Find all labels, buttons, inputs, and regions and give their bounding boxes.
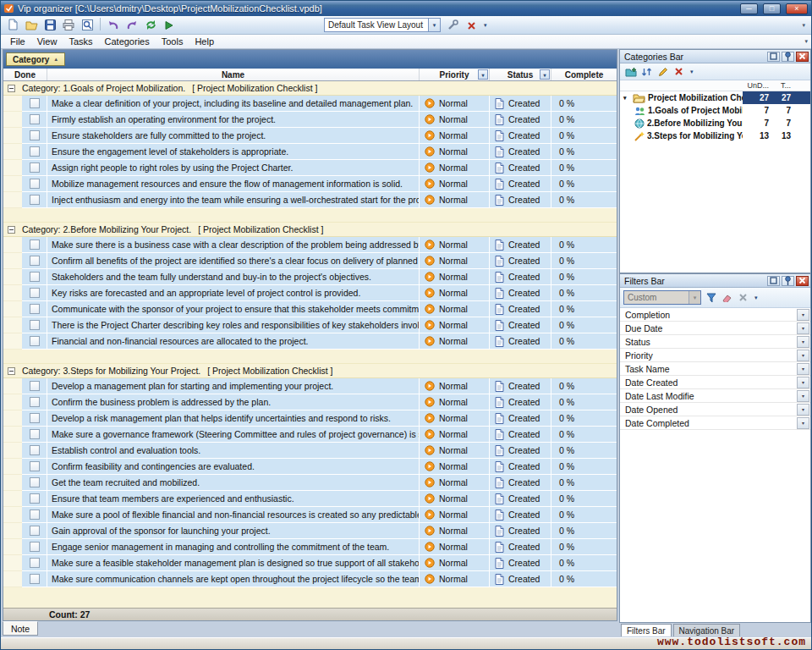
- done-checkbox[interactable]: [30, 272, 40, 282]
- collapse-icon[interactable]: [8, 367, 15, 375]
- done-checkbox[interactable]: [30, 558, 40, 568]
- done-checkbox[interactable]: [30, 461, 40, 471]
- group-header-row[interactable]: Category: 1.Goals of Project Mobilizatio…: [3, 81, 617, 96]
- group-by-category-chip[interactable]: Category ▲: [6, 52, 65, 66]
- task-row[interactable]: Financial and non-financial resources ar…: [3, 333, 617, 350]
- expand-icon[interactable]: ▾: [623, 95, 633, 102]
- filter-dropdown-icon[interactable]: ▾: [797, 309, 809, 321]
- filter-row[interactable]: Status▾: [620, 335, 810, 349]
- filter-row[interactable]: Priority▾: [620, 349, 810, 362]
- column-header-done[interactable]: Done: [3, 69, 47, 80]
- panel-restore-button[interactable]: [767, 52, 780, 62]
- task-row[interactable]: Firmly establish an operating environmen…: [3, 112, 617, 128]
- done-checkbox[interactable]: [30, 397, 40, 407]
- add-category-button[interactable]: [623, 64, 639, 79]
- filter-dropdown-icon[interactable]: ▾: [797, 336, 809, 348]
- done-checkbox[interactable]: [30, 114, 40, 124]
- filter-row[interactable]: Completion▾: [620, 308, 810, 322]
- arrange-categories-button[interactable]: [639, 64, 655, 79]
- done-checkbox[interactable]: [30, 336, 40, 346]
- menu-overflow-button[interactable]: ▾: [801, 38, 811, 45]
- group-header-row[interactable]: Category: 3.Steps for Mobilizing Your Pr…: [3, 364, 617, 378]
- task-row[interactable]: Engage senior management in managing and…: [3, 539, 617, 555]
- task-row[interactable]: Stakeholders and the team fully understa…: [3, 269, 617, 285]
- filter-row[interactable]: Date Last Modifie▾: [620, 389, 810, 403]
- panel-restore-button[interactable]: [767, 276, 780, 286]
- task-row[interactable]: Develop a risk management plan that help…: [3, 410, 617, 427]
- save-button[interactable]: [41, 17, 59, 33]
- new-button[interactable]: [3, 16, 22, 32]
- run-button[interactable]: [160, 17, 178, 33]
- menu-item-categories[interactable]: Categories: [99, 36, 156, 47]
- task-row[interactable]: Make sure a pool of flexible financial a…: [3, 507, 617, 523]
- note-tab[interactable]: Note: [3, 621, 38, 636]
- delete-filter-button[interactable]: [735, 290, 751, 305]
- column-header-complete[interactable]: Complete: [551, 69, 617, 80]
- task-row[interactable]: Ensure the engagement level of stakehold…: [3, 144, 617, 160]
- close-button[interactable]: ×: [786, 3, 808, 14]
- undo-button[interactable]: [104, 17, 123, 33]
- done-checkbox[interactable]: [30, 195, 40, 205]
- panel-pin-button[interactable]: [782, 276, 794, 286]
- column-header-status[interactable]: Status ▾: [490, 69, 551, 80]
- filter-row[interactable]: Date Completed▾: [620, 416, 810, 430]
- done-checkbox[interactable]: [30, 429, 40, 439]
- panel-pin-button[interactable]: [782, 52, 794, 62]
- filter-dropdown-icon[interactable]: ▾: [797, 363, 809, 375]
- done-checkbox[interactable]: [30, 320, 40, 330]
- filter-dropdown-icon[interactable]: ▾: [797, 417, 809, 429]
- done-checkbox[interactable]: [30, 304, 40, 314]
- task-row[interactable]: Confirm the business problem is addresse…: [3, 394, 617, 410]
- filter-row[interactable]: Due Date▾: [620, 322, 810, 335]
- menu-item-file[interactable]: File: [4, 36, 31, 47]
- done-checkbox[interactable]: [30, 526, 40, 536]
- task-row[interactable]: Inject enthusiasm and energy into the te…: [3, 192, 617, 208]
- preview-button[interactable]: [78, 17, 96, 33]
- redo-button[interactable]: [123, 17, 141, 33]
- panel-close-button[interactable]: [796, 276, 809, 286]
- filter-dropdown-icon[interactable]: ▾: [797, 322, 809, 334]
- task-row[interactable]: Make sure there is a business case with …: [3, 237, 617, 253]
- side-tab-navigation-bar[interactable]: Navigation Bar: [673, 624, 741, 636]
- done-checkbox[interactable]: [30, 130, 40, 140]
- filter-row[interactable]: Date Created▾: [620, 376, 810, 389]
- done-checkbox[interactable]: [30, 146, 40, 157]
- task-row[interactable]: Make sure a governance framework (Steeri…: [3, 427, 617, 443]
- layout-dropdown-icon[interactable]: ▾: [480, 22, 491, 29]
- print-button[interactable]: [59, 17, 78, 33]
- filter-dropdown-icon[interactable]: ▾: [797, 350, 809, 361]
- done-checkbox[interactable]: [30, 288, 40, 298]
- task-row[interactable]: Communicate with the sponsor of your pro…: [3, 301, 617, 317]
- done-checkbox[interactable]: [30, 445, 40, 455]
- done-checkbox[interactable]: [30, 381, 40, 391]
- task-view-layout-select[interactable]: Default Task View Layout ▾: [324, 18, 441, 32]
- done-checkbox[interactable]: [30, 477, 40, 488]
- menu-item-tools[interactable]: Tools: [156, 36, 189, 47]
- column-header-name[interactable]: Name: [47, 69, 420, 80]
- filter-row[interactable]: Task Name▾: [620, 362, 810, 376]
- collapse-icon[interactable]: [8, 85, 15, 92]
- filter-dropdown-icon[interactable]: ▾: [797, 390, 809, 402]
- maximize-button[interactable]: □: [763, 3, 781, 14]
- done-checkbox[interactable]: [30, 413, 40, 423]
- column-header-priority[interactable]: Priority ▾: [420, 69, 490, 80]
- edit-filter-button[interactable]: [703, 290, 719, 305]
- done-checkbox[interactable]: [30, 510, 40, 520]
- menu-item-help[interactable]: Help: [189, 36, 220, 47]
- done-checkbox[interactable]: [30, 179, 40, 189]
- task-row[interactable]: Establish control and evaluation tools.N…: [3, 443, 617, 459]
- done-checkbox[interactable]: [30, 493, 40, 504]
- filter-preset-select[interactable]: Custom ▾: [623, 290, 701, 305]
- done-checkbox[interactable]: [30, 542, 40, 552]
- task-row[interactable]: Make sure a feasible stakeholder managem…: [3, 555, 617, 571]
- category-tree-item[interactable]: 2.Before Mobilizing Your Projec77: [620, 117, 810, 129]
- done-checkbox[interactable]: [30, 162, 40, 173]
- done-checkbox[interactable]: [30, 98, 40, 108]
- sync-button[interactable]: [141, 17, 160, 33]
- task-row[interactable]: Confirm all benefits of the project are …: [3, 253, 617, 269]
- group-header-row[interactable]: Category: 2.Before Mobilizing Your Proje…: [3, 223, 617, 237]
- link-button[interactable]: [443, 17, 462, 33]
- done-checkbox[interactable]: [30, 240, 40, 250]
- panel-close-button[interactable]: [796, 52, 809, 62]
- task-row[interactable]: Ensure that team members are experienced…: [3, 491, 617, 507]
